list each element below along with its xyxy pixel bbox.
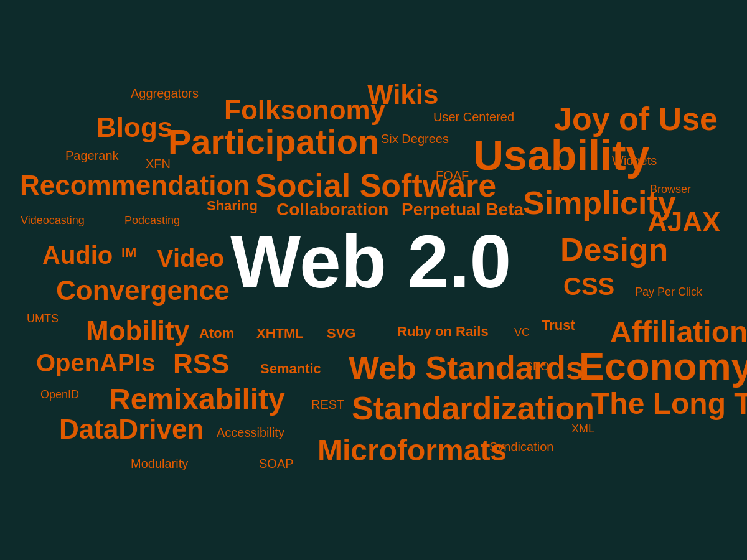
modularity: Modularity: [131, 457, 188, 470]
video: Video: [157, 246, 224, 271]
ruby-on-rails: Ruby on Rails: [397, 325, 489, 338]
videocasting: Videocasting: [21, 215, 85, 226]
joy-of-use: Joy of Use: [554, 103, 718, 135]
collaboration: Collaboration: [276, 201, 388, 218]
vc: VC: [514, 327, 530, 338]
rest: REST: [311, 398, 344, 411]
blogs: Blogs: [96, 114, 172, 141]
web-20: Web 2.0: [230, 224, 511, 299]
convergence: Convergence: [56, 277, 230, 304]
microformats: Microformats: [317, 436, 507, 465]
affiliation: Affiliation: [610, 317, 747, 347]
word-cloud: Web 2.0UsabilitySocial SoftwareParticipa…: [0, 0, 747, 560]
seo: SEO: [525, 361, 549, 372]
xhtml: XHTML: [256, 327, 304, 340]
atom: Atom: [199, 327, 234, 340]
standardization: Standardization: [352, 392, 594, 424]
remixability: Remixability: [109, 385, 285, 414]
openid: OpenID: [40, 389, 79, 400]
pay-per-click: Pay Per Click: [635, 286, 702, 297]
xml: XML: [571, 423, 594, 434]
podcasting: Podcasting: [125, 215, 180, 226]
participation: Participation: [168, 124, 379, 159]
openapis: OpenAPIs: [36, 350, 155, 375]
mobility: Mobility: [86, 317, 189, 345]
datadriven: DataDriven: [59, 416, 204, 443]
soap: SOAP: [259, 457, 294, 470]
umts: UMTS: [27, 313, 59, 324]
svg: SVG: [327, 327, 355, 340]
browser: Browser: [650, 184, 691, 195]
semantic: Semantic: [260, 362, 321, 376]
aggregators: Aggregators: [131, 87, 199, 100]
widgets: Widgets: [612, 154, 657, 167]
six-degrees: Six Degrees: [381, 133, 449, 145]
the-long-tail: The Long Tail: [591, 389, 747, 419]
wikis: Wikis: [367, 81, 439, 108]
sharing: Sharing: [207, 199, 258, 213]
economy: Economy: [579, 347, 747, 386]
audio: Audio: [42, 243, 113, 268]
pagerank: Pagerank: [65, 149, 119, 162]
trust: Trust: [542, 319, 575, 332]
recommendation: Recommendation: [20, 172, 250, 199]
folksonomy: Folksonomy: [224, 96, 385, 124]
accessibility: Accessibility: [217, 426, 284, 439]
im: IM: [121, 246, 136, 259]
rss: RSS: [173, 350, 229, 378]
syndication: Syndication: [489, 441, 553, 453]
user-centered: User Centered: [433, 111, 514, 123]
css: CSS: [563, 274, 614, 299]
xfn: XFN: [146, 157, 171, 170]
perpetual-beta: Perpetual Beta: [402, 201, 524, 218]
foaf: FOAF: [436, 169, 469, 182]
design: Design: [560, 233, 668, 266]
